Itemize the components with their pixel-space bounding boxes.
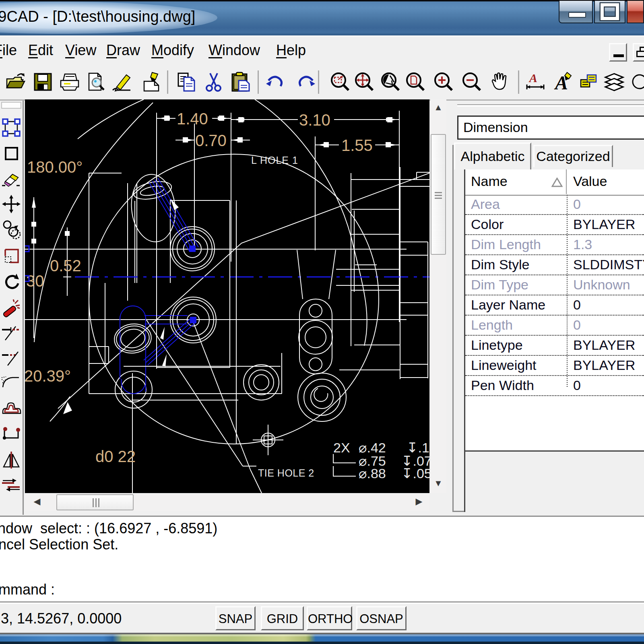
svg-text:↧.05: ↧.05 bbox=[401, 466, 429, 481]
svg-text:⌀.88: ⌀.88 bbox=[359, 466, 386, 481]
svg-text:d0 22: d0 22 bbox=[95, 448, 136, 465]
svg-text:0.52: 0.52 bbox=[50, 257, 81, 275]
svg-text:1.40: 1.40 bbox=[177, 110, 208, 128]
svg-text:2X: 2X bbox=[333, 440, 350, 455]
svg-text:1.55: 1.55 bbox=[341, 136, 373, 154]
svg-text:0.70: 0.70 bbox=[195, 132, 227, 149]
svg-text:180.00°: 180.00° bbox=[27, 158, 83, 176]
svg-text:3.10: 3.10 bbox=[299, 111, 330, 129]
svg-text:A: A bbox=[528, 71, 537, 85]
svg-text:TIE HOLE 2: TIE HOLE 2 bbox=[258, 467, 314, 479]
svg-text:20.39°: 20.39° bbox=[25, 367, 71, 385]
